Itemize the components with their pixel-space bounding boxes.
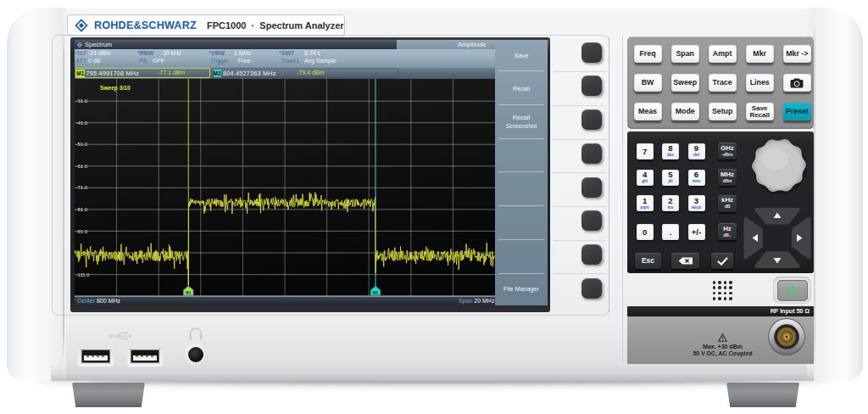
svg-text:M1: M1 (186, 290, 192, 294)
svg-text:-111.0: -111.0 (76, 271, 91, 277)
svg-text:-31.0: -31.0 (76, 98, 88, 104)
svg-text:-61.0: -61.0 (76, 163, 88, 168)
svg-text:-41.0: -41.0 (76, 120, 88, 125)
svg-text:-51.0: -51.0 (76, 142, 88, 147)
svg-text:-81.0: -81.0 (76, 207, 88, 212)
svg-text:-91.0: -91.0 (76, 228, 88, 233)
svg-text:M2: M2 (373, 290, 379, 294)
svg-text:Sweep 3/10: Sweep 3/10 (100, 84, 131, 91)
svg-text:-71.0: -71.0 (76, 185, 88, 190)
